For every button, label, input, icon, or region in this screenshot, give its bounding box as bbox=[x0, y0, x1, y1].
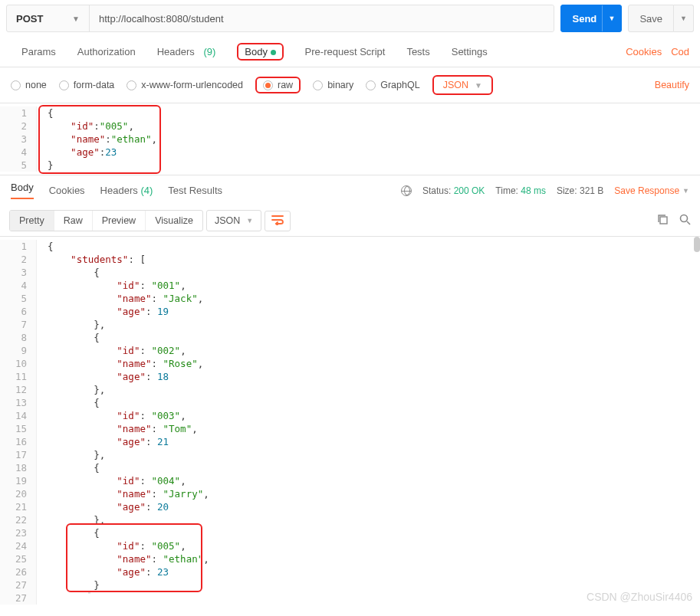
radio-none[interactable]: none bbox=[11, 80, 47, 90]
resp-tab-body[interactable]: Body bbox=[11, 182, 34, 199]
code-link[interactable]: Cod bbox=[671, 46, 689, 57]
code-line: 13 { bbox=[0, 396, 700, 409]
code-line: 4 "id": "001", bbox=[0, 279, 700, 292]
dot-icon bbox=[271, 50, 276, 55]
view-mode-segment: Pretty Raw Preview Visualize bbox=[9, 210, 203, 231]
view-visualize[interactable]: Visualize bbox=[146, 211, 202, 231]
send-button[interactable]: Send ▼ bbox=[560, 5, 622, 32]
save-button[interactable]: Save bbox=[628, 5, 674, 32]
response-view-toolbar: Pretty Raw Preview Visualize JSON ▼ bbox=[0, 205, 700, 236]
view-raw[interactable]: Raw bbox=[54, 211, 93, 231]
tab-params[interactable]: Params bbox=[11, 37, 67, 67]
save-dropdown[interactable]: ▼ bbox=[674, 5, 694, 32]
svg-rect-2 bbox=[660, 217, 667, 224]
copy-icon[interactable] bbox=[657, 214, 669, 228]
url-input[interactable]: http://localhost:8080/student bbox=[90, 5, 554, 31]
resp-tab-testresults[interactable]: Test Results bbox=[168, 185, 222, 196]
code-line: 25 "name": "ethan", bbox=[0, 552, 700, 565]
code-line: 1{ bbox=[0, 106, 700, 120]
response-format-select[interactable]: JSON ▼ bbox=[206, 210, 261, 231]
code-line: 2 "students": [ bbox=[0, 253, 700, 266]
search-icon[interactable] bbox=[679, 214, 691, 228]
code-line: 24 "id": "005", bbox=[0, 539, 700, 552]
code-line: 26 "age": 23 bbox=[0, 565, 700, 578]
tab-body[interactable]: Body bbox=[226, 37, 294, 67]
svg-point-3 bbox=[681, 215, 688, 222]
tab-headers[interactable]: Headers (9) bbox=[146, 37, 227, 67]
wrap-lines-button[interactable] bbox=[265, 211, 291, 231]
code-line: 21 "age": 20 bbox=[0, 500, 700, 513]
code-line: 3 { bbox=[0, 266, 700, 279]
chevron-down-icon: ▼ bbox=[475, 81, 482, 90]
view-pretty[interactable]: Pretty bbox=[10, 211, 54, 231]
method-value: POST bbox=[16, 13, 43, 25]
request-body-editor[interactable]: 1{2 "id":"005",3 "name":"ethan",4 "age":… bbox=[0, 103, 700, 175]
code-line: 7 }, bbox=[0, 318, 700, 331]
code-line: 9 "id": "002", bbox=[0, 344, 700, 357]
svg-line-4 bbox=[687, 221, 690, 224]
code-line: 18 { bbox=[0, 461, 700, 474]
response-tabs: Body Cookies Headers (4) Test Results St… bbox=[0, 175, 700, 205]
code-line: 15 "name": "Tom", bbox=[0, 422, 700, 435]
tab-authorization[interactable]: Authorization bbox=[67, 37, 146, 67]
code-line: 2 "id":"005", bbox=[0, 120, 700, 133]
response-body-editor[interactable]: 1{2 "students": [3 {4 "id": "001",5 "nam… bbox=[0, 236, 700, 608]
tab-tests[interactable]: Tests bbox=[396, 37, 440, 67]
chevron-down-icon: ▼ bbox=[609, 15, 616, 22]
method-select[interactable]: POST ▼ bbox=[7, 5, 90, 31]
radio-xform[interactable]: x-www-form-urlencoded bbox=[127, 80, 243, 90]
code-line: 16 "age": 21 bbox=[0, 435, 700, 448]
request-tabs: Params Authorization Headers (9) Body Pr… bbox=[0, 37, 700, 67]
code-line: 20 "name": "Jarry", bbox=[0, 487, 700, 500]
body-format-select[interactable]: JSON ▼ bbox=[432, 75, 493, 95]
resp-tab-cookies[interactable]: Cookies bbox=[49, 185, 85, 196]
chevron-down-icon: ▼ bbox=[246, 217, 253, 224]
radio-graphql[interactable]: GraphQL bbox=[366, 80, 419, 90]
url-box: POST ▼ http://localhost:8080/student bbox=[6, 5, 554, 32]
resp-tab-headers[interactable]: Headers (4) bbox=[100, 185, 153, 196]
time-label: Time: 48 ms bbox=[495, 185, 546, 196]
radio-binary[interactable]: binary bbox=[313, 80, 353, 90]
code-line: 22 }, bbox=[0, 513, 700, 526]
status-label: Status: 200 OK bbox=[422, 185, 485, 196]
code-line: 10 "name": "Rose", bbox=[0, 357, 700, 370]
cookies-link[interactable]: Cookies bbox=[626, 46, 662, 57]
code-line: 8 { bbox=[0, 331, 700, 344]
view-preview[interactable]: Preview bbox=[93, 211, 146, 231]
body-type-row: none form-data x-www-form-urlencoded raw… bbox=[0, 67, 700, 103]
code-line: 27 } bbox=[0, 578, 700, 591]
radio-raw[interactable]: raw bbox=[263, 80, 293, 90]
tab-settings[interactable]: Settings bbox=[441, 37, 498, 67]
code-line: 11 "age": 18 bbox=[0, 370, 700, 383]
code-line: 5} bbox=[0, 159, 700, 172]
code-line: 17 }, bbox=[0, 448, 700, 461]
code-line: 3 "name":"ethan", bbox=[0, 133, 700, 146]
radio-formdata[interactable]: form-data bbox=[59, 80, 115, 90]
scrollbar[interactable] bbox=[694, 237, 700, 252]
code-line: 14 "id": "003", bbox=[0, 409, 700, 422]
request-bar: POST ▼ http://localhost:8080/student Sen… bbox=[0, 0, 700, 37]
chevron-down-icon: ▼ bbox=[72, 15, 80, 23]
tab-prerequest[interactable]: Pre-request Script bbox=[294, 37, 396, 67]
code-line: 23 { bbox=[0, 526, 700, 539]
code-line: 1{ bbox=[0, 240, 700, 253]
code-line: 5 "name": "Jack", bbox=[0, 292, 700, 305]
url-value: http://localhost:8080/student bbox=[99, 13, 224, 25]
size-label: Size: 321 B bbox=[557, 185, 603, 196]
chevron-down-icon: ▼ bbox=[680, 15, 687, 22]
code-line: 4 "age":23 bbox=[0, 146, 700, 159]
code-line: 19 "id": "004", bbox=[0, 474, 700, 487]
save-response-button[interactable]: Save Response▼ bbox=[614, 185, 689, 196]
beautify-link[interactable]: Beautify bbox=[655, 80, 689, 90]
code-line: 6 "age": 19 bbox=[0, 305, 700, 318]
globe-icon[interactable] bbox=[401, 185, 412, 196]
code-line: 12 }, bbox=[0, 383, 700, 396]
